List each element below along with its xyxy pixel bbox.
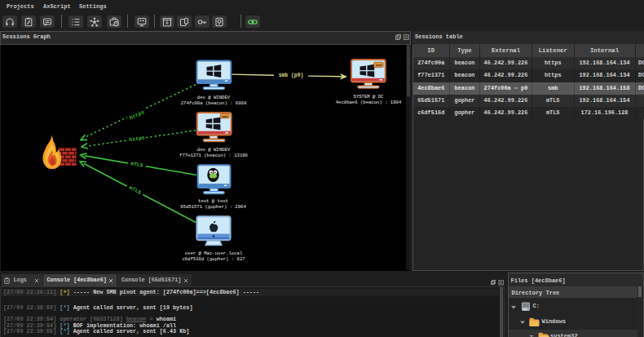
- svg-text:https: https: [129, 135, 145, 143]
- svg-text:c6df516d (gopher) : 627: c6df516d (gopher) : 627: [182, 256, 245, 262]
- svg-text:4ec8bae6 (beacon) : 1904: 4ec8bae6 (beacon) : 1904: [336, 100, 402, 105]
- svg-text:smb (p0): smb (p0): [279, 73, 304, 78]
- svg-text:274fc00a (beacon) : 6008: 274fc00a (beacon) : 6008: [181, 100, 247, 105]
- svg-text:f77e1371 (beacon) : 13196: f77e1371 (beacon) : 13196: [179, 152, 248, 157]
- svg-text:ADM: ADM: [222, 114, 228, 118]
- svg-text:ADM: ADM: [376, 64, 382, 67]
- svg-text:mTLS: mTLS: [128, 184, 142, 195]
- svg-text:SYSTEM @ DC: SYSTEM @ DC: [354, 94, 385, 100]
- svg-text:dev @ WINDEV: dev @ WINDEV: [197, 94, 231, 100]
- svg-text:user @ Mac-user.local: user @ Mac-user.local: [185, 251, 243, 256]
- svg-text:dev @ WINDEV: dev @ WINDEV: [197, 146, 231, 152]
- svg-text:65d51571 (gopher) : 2964: 65d51571 (gopher) : 2964: [180, 203, 246, 209]
- svg-text:mTLS: mTLS: [130, 161, 143, 169]
- svg-text:test @ test: test @ test: [198, 197, 228, 203]
